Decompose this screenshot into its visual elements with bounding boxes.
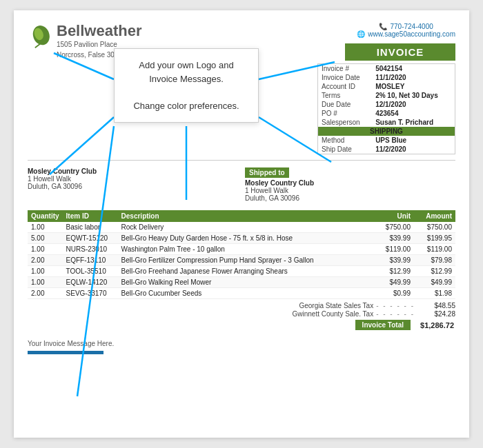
cell-unit: $750.00: [373, 222, 414, 233]
cell-unit: $39.99: [373, 255, 414, 266]
table-row: 2.00 SEVG-33170 Bell-Gro Cucumber Seeds …: [28, 288, 455, 299]
cell-qty: 2.00: [28, 255, 63, 266]
tax1-label: Georgia State Sales Tax: [263, 302, 373, 309]
cell-desc: Bell-Gro Cucumber Seeds: [118, 288, 373, 299]
cell-unit: $39.99: [373, 233, 414, 244]
invoice-total-row: Invoice Total $1,286.72: [28, 320, 455, 330]
cell-desc: Bell-Gro Heavy Duty Garden Hose - 75 ft.…: [118, 233, 373, 244]
svg-line-8: [35, 44, 40, 48]
cell-unit: $119.00: [373, 244, 414, 255]
shipping-address2: Duluth, GA 30096: [245, 194, 455, 202]
cell-desc: Bell-Gro Freehand Japanese Flower Arrang…: [118, 266, 373, 277]
invoice-page: Bellweather 1505 Pavilion Place Norcross…: [14, 10, 469, 438]
invoice-total-amount: $1,286.72: [411, 321, 455, 329]
website: www.sage50accounting.com: [368, 30, 455, 38]
terms-row: Terms 2% 10, Net 30 Days: [318, 91, 455, 100]
col-desc: Description: [118, 210, 373, 222]
cell-item-id: TOOL-35510: [63, 266, 118, 277]
logo-icon: [28, 24, 52, 49]
cell-desc: Bell-Gro Fertilizer Compression Pump Han…: [118, 255, 373, 266]
cell-desc: Rock Delivery: [118, 222, 373, 233]
contact-invoice-area: 📞 770-724-4000 🌐 www.sage50accounting.co…: [317, 23, 455, 154]
cell-item-id: EQLW-14120: [63, 277, 118, 288]
cell-item-id: EQFF-13110: [63, 255, 118, 266]
cell-qty: 1.00: [28, 244, 63, 255]
cell-item-id: EQWT-15120: [63, 233, 118, 244]
col-qty: Quantity: [28, 210, 63, 222]
shipped-to-header: Shipped to: [245, 167, 289, 178]
cell-unit: $49.99: [373, 277, 414, 288]
cell-amount: $12.99: [414, 266, 455, 277]
cell-item-id: Basic labor: [63, 222, 118, 233]
cell-item-id: NURS-23010: [63, 244, 118, 255]
invoice-details: Invoice # 5042154 Invoice Date 11/1/2020…: [317, 63, 455, 154]
shipping-name: Mosley Country Club: [245, 179, 455, 187]
method-row: Method UPS Blue: [318, 136, 455, 145]
billing-shipping-section: Mosley Country Club 1 Howell Walk Duluth…: [28, 167, 455, 202]
cell-item-id: SEVG-33170: [63, 288, 118, 299]
invoice-number-row: Invoice # 5042154: [318, 64, 455, 73]
cell-amount: $49.99: [414, 277, 455, 288]
tax1-amount: $48.55: [417, 302, 455, 309]
table-row: 5.00 EQWT-15120 Bell-Gro Heavy Duty Gard…: [28, 233, 455, 244]
cell-qty: 5.00: [28, 233, 63, 244]
tooltip-line1: Add your own Logo andInvoice Messages.: [126, 59, 247, 85]
cell-amount: $1.98: [414, 288, 455, 299]
cell-amount: $199.95: [414, 233, 455, 244]
tax2-label: Gwinnett County Sale. Tax: [263, 310, 373, 318]
tax2-row: Gwinnett County Sale. Tax - - - - - - $2…: [28, 310, 455, 318]
cell-qty: 2.00: [28, 288, 63, 299]
shipping-col: Shipped to Mosley Country Club 1 Howell …: [245, 167, 455, 202]
billing-col: Mosley Country Club 1 Howell Walk Duluth…: [28, 167, 245, 202]
account-id-row: Account ID MOSLEY: [318, 82, 455, 91]
cell-unit: $0.99: [373, 288, 414, 299]
tax1-row: Georgia State Sales Tax - - - - - - $48.…: [28, 302, 455, 309]
billing-name: Mosley Country Club: [28, 167, 238, 175]
billing-address1: 1 Howell Walk: [28, 175, 238, 183]
table-row: 1.00 EQLW-14120 Bell-Gro Walking Reel Mo…: [28, 277, 455, 288]
table-header-row: Quantity Item ID Description Unit Amount: [28, 210, 455, 222]
cell-amount: $750.00: [414, 222, 455, 233]
shipping-address1: 1 Howell Walk: [245, 187, 455, 194]
cell-unit: $12.99: [373, 266, 414, 277]
cell-amount: $119.00: [414, 244, 455, 255]
cell-qty: 1.00: [28, 277, 63, 288]
table-row: 2.00 EQFF-13110 Bell-Gro Fertilizer Comp…: [28, 255, 455, 266]
items-table: Quantity Item ID Description Unit Amount…: [28, 210, 455, 299]
web-icon: 🌐: [357, 30, 365, 38]
billing-address2: Duluth, GA 30096: [28, 183, 238, 190]
table-row: 1.00 TOOL-35510 Bell-Gro Freehand Japane…: [28, 266, 455, 277]
tax2-amount: $24.28: [417, 310, 455, 318]
cell-amount: $79.98: [414, 255, 455, 266]
cell-qty: 1.00: [28, 266, 63, 277]
contact-info: 📞 770-724-4000 🌐 www.sage50accounting.co…: [357, 23, 455, 38]
footer-message: Your Invoice Message Here.: [28, 340, 455, 347]
tax1-dashes: - - - - - -: [376, 302, 415, 309]
col-item-id: Item ID: [63, 210, 118, 222]
footer-blue-bar: [28, 351, 103, 354]
phone-icon: 📞: [379, 23, 387, 30]
tax2-dashes: - - - - - -: [376, 310, 415, 318]
invoice-total-label: Invoice Total: [355, 320, 411, 330]
tooltip-line4: Change color preferences.: [126, 99, 247, 113]
phone-number: 770-724-4000: [390, 23, 433, 30]
ship-date-row: Ship Date 11/2/2020: [318, 145, 455, 154]
invoice-date-row: Invoice Date 11/1/2020: [318, 73, 455, 82]
cell-qty: 1.00: [28, 222, 63, 233]
totals-section: Georgia State Sales Tax - - - - - - $48.…: [28, 302, 455, 330]
tooltip-box: Add your own Logo andInvoice Messages. C…: [114, 48, 259, 123]
footer-area: Your Invoice Message Here.: [28, 340, 455, 354]
invoice-title: INVOICE: [345, 43, 455, 61]
due-date-row: Due Date 12/1/2020: [318, 100, 455, 109]
company-name: Bellweather: [57, 23, 144, 39]
salesperson-row: Salesperson Susan T. Prichard: [318, 118, 455, 127]
shipping-header-row: SHIPPING: [318, 127, 455, 136]
header-divider: [28, 160, 455, 161]
col-amount: Amount: [414, 210, 455, 222]
table-row: 1.00 Basic labor Rock Delivery $750.00 $…: [28, 222, 455, 233]
po-row: PO # 423654: [318, 109, 455, 118]
cell-desc: Washington Palm Tree - 10 gallon: [118, 244, 373, 255]
cell-desc: Bell-Gro Walking Reel Mower: [118, 277, 373, 288]
table-row: 1.00 NURS-23010 Washington Palm Tree - 1…: [28, 244, 455, 255]
col-unit: Unit: [373, 210, 414, 222]
